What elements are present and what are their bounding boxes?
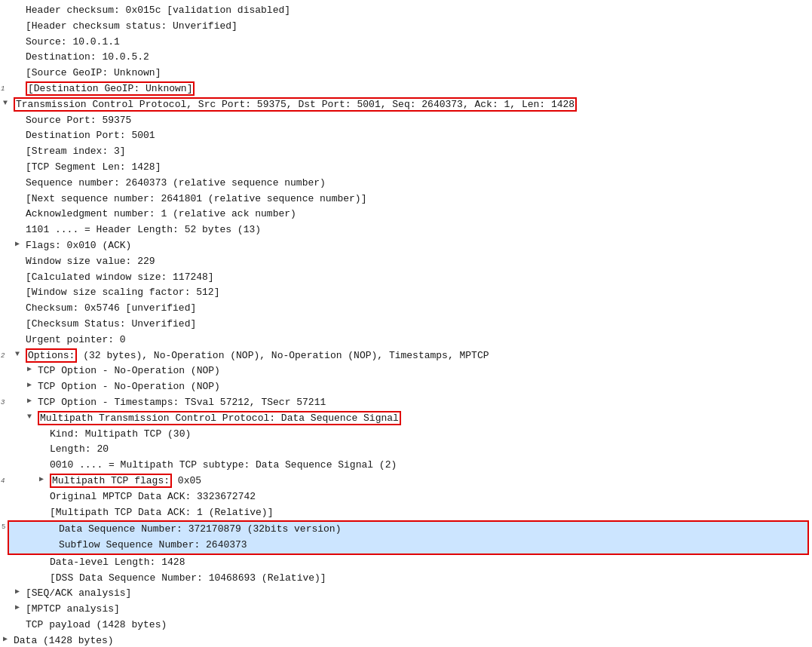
expand-arrow[interactable]: ▶ <box>15 238 26 250</box>
line-text: Original MPTCP Data ACK: 3323672742 <box>50 489 256 505</box>
line-wrapper: [Checksum Status: Unverified] <box>0 317 812 333</box>
packet-line[interactable]: [DSS Data Sequence Number: 10468693 (Rel… <box>0 571 812 587</box>
red-box-highlight: Options: <box>26 348 77 363</box>
line-text: Multipath Transmission Control Protocol:… <box>38 411 401 427</box>
packet-line[interactable]: Subflow Sequence Number: 2640373 <box>9 538 807 553</box>
line-text: Kind: Multipath TCP (30) <box>50 427 191 443</box>
packet-line[interactable]: [Window size scaling factor: 512] <box>0 285 812 301</box>
packet-line[interactable]: Sequence number: 2640373 (relative seque… <box>0 176 812 192</box>
packet-line[interactable]: [Header checksum status: Unverified] <box>0 19 812 35</box>
expand-arrow[interactable]: ▼ <box>27 411 38 423</box>
line-wrapper: Source: 10.0.1.1 <box>0 35 812 51</box>
expand-arrow[interactable]: ▶ <box>15 586 26 598</box>
line-text: TCP payload (1428 bytes) <box>26 618 167 633</box>
expand-arrow[interactable]: ▼ <box>3 97 14 109</box>
red-box-highlight: [Destination GeoIP: Unknown] <box>26 81 195 96</box>
packet-line[interactable]: Destination Port: 5001 <box>0 128 812 144</box>
packet-line[interactable]: Kind: Multipath TCP (30) <box>0 427 812 443</box>
line-wrapper: Acknowledgment number: 1 (relative ack n… <box>0 207 812 222</box>
line-text: [MPTCP analysis] <box>26 602 120 618</box>
line-text: 1101 .... = Header Length: 52 bytes (13) <box>26 222 261 238</box>
line-wrapper: 0010 .... = Multipath TCP subtype: Data … <box>0 458 812 474</box>
line-wrapper: [Stream index: 3] <box>0 144 812 160</box>
expand-arrow[interactable]: ▶ <box>27 363 38 376</box>
line-wrapper: ▶Multipath TCP flags: 0x054 <box>0 474 812 489</box>
annotation-badge: 2 <box>1 351 5 361</box>
line-text: Options: (32 bytes), No-Operation (NOP),… <box>26 348 489 364</box>
packet-line[interactable]: ▶TCP Option - No-Operation (NOP) <box>0 379 812 395</box>
packet-line[interactable]: Checksum: 0x5746 [unverified] <box>0 301 812 317</box>
line-text: Window size value: 229 <box>26 254 155 270</box>
packet-line[interactable]: ▼Multipath Transmission Control Protocol… <box>0 411 812 427</box>
packet-line[interactable]: Acknowledgment number: 1 (relative ack n… <box>0 207 812 222</box>
expand-arrow[interactable]: ▼ <box>15 348 26 360</box>
packet-line[interactable]: [Multipath TCP Data ACK: 1 (Relative)] <box>0 505 812 521</box>
line-wrapper: [Destination GeoIP: Unknown]1 <box>0 81 812 97</box>
expand-arrow[interactable]: ▶ <box>15 602 26 614</box>
packet-line[interactable]: [Checksum Status: Unverified] <box>0 317 812 333</box>
packet-tree: Header checksum: 0x015c [validation disa… <box>0 0 812 647</box>
packet-line[interactable]: Data-level Length: 1428 <box>0 555 812 571</box>
packet-line[interactable]: [Destination GeoIP: Unknown] <box>0 81 812 97</box>
line-text: Data (1428 bytes) <box>14 633 114 647</box>
line-wrapper: ▶TCP Option - No-Operation (NOP) <box>0 363 812 379</box>
line-wrapper: [DSS Data Sequence Number: 10468693 (Rel… <box>0 571 812 587</box>
line-wrapper: Original MPTCP Data ACK: 3323672742 <box>0 489 812 505</box>
expand-arrow[interactable]: ▶ <box>27 395 38 407</box>
packet-line[interactable]: ▶TCP Option - No-Operation (NOP) <box>0 363 812 379</box>
red-box-highlight: Multipath Transmission Control Protocol:… <box>38 411 401 425</box>
packet-line[interactable]: Destination: 10.0.5.2 <box>0 50 812 66</box>
packet-line[interactable]: Length: 20 <box>0 442 812 458</box>
packet-line[interactable]: ▼Transmission Control Protocol, Src Port… <box>0 97 812 113</box>
packet-line[interactable]: [Next sequence number: 2641801 (relative… <box>0 192 812 207</box>
line-wrapper: ▼Transmission Control Protocol, Src Port… <box>0 97 812 113</box>
packet-line[interactable]: Window size value: 229 <box>0 254 812 270</box>
line-text: Flags: 0x010 (ACK) <box>26 238 131 254</box>
line-text: [Source GeoIP: Unknown] <box>26 66 161 81</box>
packet-line[interactable]: Data Sequence Number: 372170879 (32bits … <box>9 522 807 538</box>
packet-line[interactable]: ▶Multipath TCP flags: 0x05 <box>0 474 812 489</box>
packet-line[interactable]: ▶[SEQ/ACK analysis] <box>0 586 812 602</box>
packet-line[interactable]: 1101 .... = Header Length: 52 bytes (13) <box>0 222 812 238</box>
line-text: [Multipath TCP Data ACK: 1 (Relative)] <box>50 505 273 521</box>
line-wrapper: ▶Data (1428 bytes) <box>0 633 812 647</box>
packet-line[interactable]: Source: 10.0.1.1 <box>0 35 812 51</box>
line-text: Destination Port: 5001 <box>26 128 155 144</box>
packet-line[interactable]: ▶Flags: 0x010 (ACK) <box>0 238 812 254</box>
line-wrapper: [Multipath TCP Data ACK: 1 (Relative)] <box>0 505 812 521</box>
line-wrapper: ▶TCP Option - No-Operation (NOP) <box>0 379 812 395</box>
packet-line[interactable]: Header checksum: 0x015c [validation disa… <box>0 3 812 19</box>
packet-line[interactable]: TCP payload (1428 bytes) <box>0 618 812 633</box>
line-wrapper: [TCP Segment Len: 1428] <box>0 160 812 176</box>
line-wrapper: Kind: Multipath TCP (30) <box>0 427 812 443</box>
line-wrapper: Header checksum: 0x015c [validation disa… <box>0 3 812 19</box>
packet-line[interactable]: ▼Options: (32 bytes), No-Operation (NOP)… <box>0 348 812 364</box>
expand-arrow[interactable]: ▶ <box>39 474 50 486</box>
line-text: Length: 20 <box>50 442 109 458</box>
line-text: Data-level Length: 1428 <box>50 555 185 571</box>
packet-line[interactable]: ▶Data (1428 bytes) <box>0 633 812 647</box>
packet-line[interactable]: [Stream index: 3] <box>0 144 812 160</box>
packet-line[interactable]: [TCP Segment Len: 1428] <box>0 160 812 176</box>
packet-line[interactable]: ▶[MPTCP analysis] <box>0 602 812 618</box>
packet-line[interactable]: Source Port: 59375 <box>0 113 812 129</box>
annotation-badge: 3 <box>1 397 5 408</box>
line-wrapper: ▶TCP Option - Timestamps: TSval 57212, T… <box>0 395 812 411</box>
packet-line[interactable]: Original MPTCP Data ACK: 3323672742 <box>0 489 812 505</box>
line-text: [Next sequence number: 2641801 (relative… <box>26 192 366 207</box>
line-text: Urgent pointer: 0 <box>26 333 126 348</box>
expand-arrow[interactable]: ▶ <box>3 633 14 645</box>
line-text: TCP Option - Timestamps: TSval 57212, TS… <box>38 395 326 411</box>
line-wrapper: Length: 20 <box>0 442 812 458</box>
packet-line[interactable]: [Calculated window size: 117248] <box>0 270 812 286</box>
line-wrapper: Data-level Length: 1428 <box>0 555 812 571</box>
packet-line[interactable]: 0010 .... = Multipath TCP subtype: Data … <box>0 458 812 474</box>
line-wrapper: [Next sequence number: 2641801 (relative… <box>0 192 812 207</box>
red-box-highlight: Multipath TCP flags: <box>50 474 172 488</box>
packet-line[interactable]: ▶TCP Option - Timestamps: TSval 57212, T… <box>0 395 812 411</box>
packet-line[interactable]: [Source GeoIP: Unknown] <box>0 66 812 81</box>
packet-line[interactable]: Urgent pointer: 0 <box>0 333 812 348</box>
expand-arrow[interactable]: ▶ <box>27 379 38 391</box>
line-wrapper: [Source GeoIP: Unknown] <box>0 66 812 81</box>
line-text: [Destination GeoIP: Unknown] <box>26 81 195 97</box>
